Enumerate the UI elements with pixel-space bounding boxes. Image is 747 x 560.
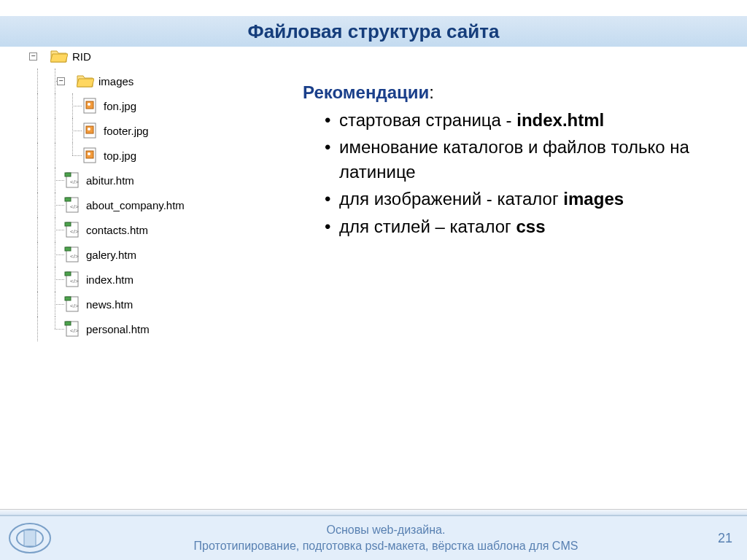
tree-node-file[interactable]: top.jpg	[29, 143, 277, 168]
svg-rect-28	[65, 322, 71, 325]
svg-rect-19	[65, 247, 71, 251]
svg-point-5	[88, 128, 90, 131]
tree-node-root[interactable]: − RID	[29, 44, 277, 69]
html-file-icon: </>	[64, 246, 82, 262]
tree-node-file[interactable]: </> about_company.htm	[29, 192, 277, 217]
tree-label: RID	[72, 50, 91, 63]
tree-label: news.htm	[86, 298, 133, 311]
svg-text:</>: </>	[70, 303, 79, 309]
tree-label: about_company.htm	[86, 199, 185, 211]
footer-line1: Основы web-дизайна.	[69, 522, 703, 538]
tree-node-file[interactable]: </> personal.htm	[29, 316, 277, 341]
tree-label: contacts.htm	[86, 224, 148, 236]
tree-node-images[interactable]: − images	[29, 69, 277, 93]
folder-open-icon	[77, 73, 94, 89]
recs-item: для стилей – каталог css	[325, 214, 725, 239]
tree-label: abitur.htm	[86, 174, 134, 187]
image-file-icon	[82, 147, 99, 163]
tree-node-file[interactable]: fon.jpg	[29, 93, 277, 118]
tree-node-file[interactable]: </> index.htm	[29, 267, 277, 292]
colon: :	[429, 82, 434, 102]
logo-icon	[6, 520, 54, 556]
folder-open-icon	[50, 48, 68, 64]
html-file-icon: </>	[64, 296, 82, 312]
image-file-icon	[82, 98, 99, 114]
tree-node-file[interactable]: </> news.htm	[29, 292, 277, 316]
recs-title: Рекомендации	[303, 82, 429, 102]
svg-rect-32	[24, 530, 36, 546]
html-file-icon: </>	[64, 197, 82, 213]
text: стартовая страница -	[339, 110, 516, 130]
tree-node-file[interactable]: </> abitur.htm	[29, 168, 277, 192]
tree-label: personal.htm	[86, 323, 150, 335]
minus-icon[interactable]: −	[57, 77, 65, 85]
recommendations: Рекомендации: стартовая страница - index…	[303, 80, 725, 242]
bold-text: index.html	[516, 110, 604, 130]
tree-label: galery.htm	[86, 249, 136, 261]
svg-text:</>: </>	[70, 278, 79, 284]
svg-text:</>: </>	[70, 203, 79, 210]
svg-point-8	[88, 152, 90, 155]
tree-label: fon.jpg	[104, 100, 136, 112]
svg-rect-25	[65, 297, 71, 300]
tree-node-file[interactable]: </> contacts.htm	[29, 217, 277, 242]
file-tree: − RID − images fon.jpg	[29, 44, 277, 341]
page-number: 21	[703, 531, 747, 546]
tree-node-file[interactable]: footer.jpg	[29, 118, 277, 143]
slide-title: Файловая структура сайта	[248, 20, 500, 43]
footer: Основы web-дизайна. Прототипирование, по…	[0, 515, 747, 560]
svg-text:</>: </>	[70, 228, 79, 235]
image-file-icon	[82, 122, 99, 139]
svg-rect-22	[65, 272, 71, 276]
text: именование каталогов и файлов только на …	[339, 137, 689, 182]
tree-label: top.jpg	[104, 149, 136, 162]
tree-label: footer.jpg	[104, 125, 149, 137]
recs-item: именование каталогов и файлов только на …	[325, 135, 725, 184]
svg-point-2	[88, 103, 90, 106]
text: для изображений - каталог	[339, 189, 563, 209]
minus-icon[interactable]: −	[29, 52, 37, 61]
bold-text: css	[516, 217, 545, 236]
tree-label: index.htm	[86, 273, 133, 286]
html-file-icon: </>	[64, 172, 82, 188]
bold-text: images	[563, 189, 624, 209]
html-file-icon: </>	[64, 271, 82, 287]
tree-label: images	[98, 75, 133, 88]
recs-item: для изображений - каталог images	[325, 187, 725, 211]
tree-node-file[interactable]: </> galery.htm	[29, 242, 277, 267]
recs-item: стартовая страница - index.html	[325, 108, 725, 133]
footer-divider	[0, 509, 747, 515]
text: для стилей – каталог	[339, 217, 516, 236]
html-file-icon: </>	[64, 321, 82, 337]
svg-rect-16	[65, 222, 71, 226]
footer-text: Основы web-дизайна. Прототипирование, по…	[69, 522, 703, 553]
recs-list: стартовая страница - index.html именован…	[303, 108, 725, 239]
footer-line2: Прототипирование, подготовка psd-макета,…	[69, 538, 703, 554]
content-area: − RID − images fon.jpg	[7, 44, 740, 502]
svg-text:</>: </>	[70, 179, 79, 185]
svg-text:</>: </>	[70, 327, 79, 334]
svg-rect-13	[65, 198, 71, 201]
svg-rect-10	[65, 173, 71, 176]
svg-text:</>: </>	[70, 253, 79, 260]
title-bar: Файловая структура сайта	[0, 16, 747, 47]
html-file-icon: </>	[64, 222, 82, 238]
